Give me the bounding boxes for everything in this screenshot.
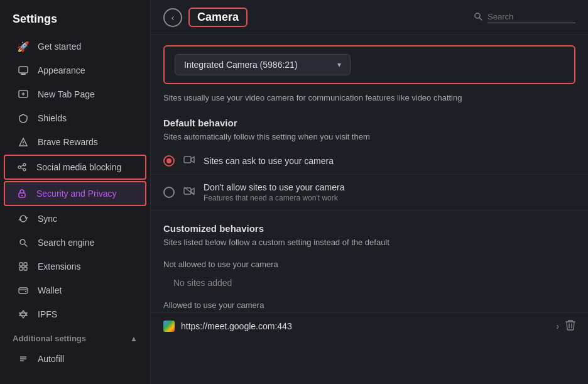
sidebar-item-shields[interactable]: Shields [5,107,145,129]
url-row: https://meet.google.com:443 › [151,312,588,339]
sidebar-item-brave-rewards[interactable]: Brave Rewards [5,131,145,153]
sidebar-item-security-and-privacy[interactable]: Security and Privacy [4,181,146,206]
sidebar-title: Settings [0,8,150,35]
back-button[interactable]: ‹ [163,8,182,27]
sidebar-label-sync: Sync [38,214,57,224]
customized-behaviors-title: Customized behaviors [151,214,588,236]
svg-rect-19 [19,267,23,270]
svg-line-11 [21,165,23,167]
svg-point-14 [21,195,23,196]
sidebar-item-new-tab-page[interactable]: New Tab Page [5,83,145,106]
sidebar-item-autofill[interactable]: Autofill [5,348,145,370]
not-allowed-title: Not allowed to use your camera [151,253,588,272]
no-sites-label: No sites added [151,272,588,294]
lock-icon [16,188,28,199]
camera-allow-icon [183,155,195,167]
default-behavior-title: Default behavior [151,109,588,131]
top-header: ‹ Camera Search [151,0,588,35]
svg-rect-17 [19,263,23,266]
sidebar-item-extensions[interactable]: Extensions [5,255,145,278]
url-text: https://meet.google.com:443 [181,321,550,331]
customized-behaviors-desc: Sites listed below follow a custom setti… [151,236,588,253]
svg-line-32 [184,187,194,195]
radio-label-block-wrapper: Don't allow sites to use your camera Fea… [204,182,344,202]
svg-point-22 [25,291,26,292]
sidebar-label-ipfs: IPFS [38,309,57,319]
new-tab-icon [18,89,29,100]
content-area: Integrated Camera (5986:21) ▾ Sites usua… [151,35,588,384]
sidebar-label-security-and-privacy: Security and Privacy [36,189,117,199]
radio-dot-allow [166,158,172,163]
sidebar-item-wallet[interactable]: Wallet [5,279,145,302]
search-area: Search [474,11,575,23]
sidebar-item-ipfs[interactable]: IPFS [5,303,145,326]
camera-selector-box: Integrated Camera (5986:21) ▾ [163,45,575,84]
sidebar-label-shields: Shields [38,113,67,123]
sidebar: Settings 🚀 Get started Appearance New Ta… [0,0,151,384]
sidebar-item-sync[interactable]: Sync [5,207,145,230]
main-content: ‹ Camera Search Integrated Camera (5986:… [151,0,588,384]
social-media-icon [16,162,28,173]
appearance-icon [18,65,29,76]
svg-point-8 [18,166,21,168]
radio-label-block: Don't allow sites to use your camera [204,182,344,192]
sidebar-item-get-started[interactable]: 🚀 Get started [5,35,145,58]
radio-label-allow: Sites can ask to use your camera [204,156,334,166]
svg-rect-18 [24,263,27,266]
additional-settings-header: Additional settings ▲ [0,326,150,347]
search-icon [474,12,482,23]
shields-icon [18,112,29,124]
svg-line-12 [21,168,23,169]
url-chevron-icon[interactable]: › [556,321,559,331]
camera-select-dropdown[interactable]: Integrated Camera (5986:21) ▾ [175,54,351,75]
radio-option-block[interactable]: Don't allow sites to use your camera Fea… [151,175,588,211]
svg-point-9 [23,163,26,166]
svg-rect-31 [184,188,191,194]
svg-rect-30 [184,156,191,163]
radio-circle-block [163,187,175,198]
brave-rewards-icon [18,136,29,148]
svg-line-16 [25,244,28,247]
sidebar-label-appearance: Appearance [38,65,85,75]
sidebar-item-appearance[interactable]: Appearance [5,59,145,82]
camera-select-value: Integrated Camera (5986:21) [184,60,298,70]
camera-block-icon [183,187,195,198]
sidebar-label-get-started: Get started [38,41,81,52]
sidebar-label-autofill: Autofill [38,354,64,364]
search-engine-icon [18,237,29,248]
sidebar-label-social-media-blocking: Social media blocking [36,162,121,172]
svg-rect-21 [19,288,28,293]
camera-description: Sites usually use your video camera for … [151,91,588,109]
page-title: Camera [197,11,239,23]
rocket-icon: 🚀 [18,41,29,52]
page-title-box: Camera [188,8,248,27]
radio-option-allow[interactable]: Sites can ask to use your camera [151,148,588,175]
svg-point-15 [20,239,25,244]
sidebar-label-new-tab-page: New Tab Page [38,89,95,99]
svg-point-10 [23,168,26,171]
sidebar-label-brave-rewards: Brave Rewards [38,137,98,147]
sidebar-item-social-media-blocking[interactable]: Social media blocking [4,155,146,180]
url-favicon [163,321,175,332]
svg-rect-1 [21,74,26,75]
url-delete-button[interactable] [565,319,575,333]
sync-icon [18,213,29,224]
svg-rect-20 [24,267,27,270]
allowed-title: Allowed to use your camera [151,294,588,312]
search-input[interactable]: Search [487,11,575,23]
chevron-down-icon: ▾ [337,60,341,69]
svg-rect-0 [19,67,28,73]
sidebar-label-search-engine: Search engine [38,238,94,248]
radio-sublabel-block: Features that need a camera won't work [204,194,344,202]
radio-circle-allow [163,155,175,167]
wallet-icon [18,285,29,296]
svg-point-7 [23,144,24,145]
autofill-icon [18,353,29,365]
extensions-icon [18,261,29,272]
sidebar-item-search-engine[interactable]: Search engine [5,231,145,254]
ipfs-icon [18,309,29,320]
sidebar-label-extensions: Extensions [38,261,80,272]
default-behavior-desc: Sites automatically follow this setting … [151,131,588,148]
sidebar-label-wallet: Wallet [38,285,62,295]
svg-line-29 [479,18,482,20]
